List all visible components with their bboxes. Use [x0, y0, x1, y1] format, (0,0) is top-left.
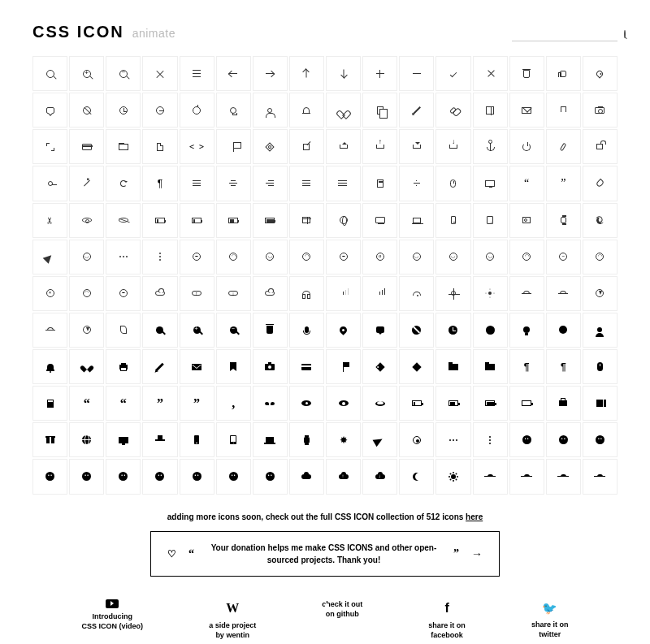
icon-align-right[interactable]: [253, 166, 288, 201]
icon-inbox[interactable]: [436, 129, 470, 164]
icon-external[interactable]: [289, 129, 324, 164]
icon-sun[interactable]: [436, 276, 470, 311]
icon-image[interactable]: [509, 203, 544, 238]
icon-comma-s[interactable]: ,: [216, 386, 251, 421]
icon-cloud-down[interactable]: [216, 276, 251, 311]
icon-frown-s[interactable]: • •: [106, 459, 141, 494]
icon-sad[interactable]: ◠: [216, 240, 251, 274]
icon-navigate[interactable]: [32, 240, 67, 274]
icon-mustache-s[interactable]: [253, 386, 288, 421]
social-youtube[interactable]: IntroducingCSS ICON (video): [82, 599, 144, 642]
full-collection-link[interactable]: here: [466, 512, 483, 521]
icon-quote-rr-s[interactable]: ”: [180, 386, 214, 421]
icon-zoom-out-s[interactable]: [216, 313, 251, 348]
icon-laugh-s[interactable]: • •: [180, 459, 214, 494]
icon-moon-s[interactable]: [399, 459, 434, 494]
icon-dizzy[interactable]: ×: [32, 276, 67, 311]
icon-credit-card[interactable]: [69, 129, 104, 164]
icon-columns[interactable]: [473, 93, 508, 128]
icon-nav-s[interactable]: [362, 422, 397, 457]
icon-download[interactable]: [399, 129, 434, 164]
icon-arrow-down[interactable]: [326, 56, 361, 91]
icon-globe-s[interactable]: [69, 422, 104, 457]
icon-calculator[interactable]: [362, 166, 397, 201]
icon-comment-s[interactable]: [362, 313, 397, 348]
icon-bulb-s[interactable]: [509, 313, 544, 348]
icon-happy-s[interactable]: • •: [546, 422, 581, 457]
icon-pencil[interactable]: [399, 93, 434, 128]
icon-tag-r-s[interactable]: [399, 349, 434, 384]
icon-comment[interactable]: [32, 93, 67, 128]
icon-close[interactable]: [142, 56, 177, 91]
icon-sunset-s[interactable]: [546, 459, 581, 494]
icon-watch-s[interactable]: [289, 422, 324, 457]
icon-phone-s[interactable]: [180, 422, 214, 457]
icon-pie-chart[interactable]: [142, 93, 177, 128]
icon-plus[interactable]: [362, 56, 397, 91]
icon-code[interactable]: < >: [180, 129, 214, 164]
icon-user-s[interactable]: [583, 313, 618, 348]
icon-pin[interactable]: [583, 56, 618, 91]
icon-wifi[interactable]: [399, 276, 434, 311]
icon-bulb[interactable]: [216, 93, 251, 128]
icon-bat-empty-s[interactable]: [509, 386, 544, 421]
icon-cloud-s[interactable]: [289, 459, 324, 494]
icon-grin-s[interactable]: • •: [69, 459, 104, 494]
icon-bookmark-s[interactable]: [216, 349, 251, 384]
icon-smile-s[interactable]: • •: [509, 422, 544, 457]
icon-target-s[interactable]: [399, 422, 434, 457]
icon-user[interactable]: [253, 93, 288, 128]
icon-mouse-s[interactable]: [583, 349, 618, 384]
icon-neutral-s[interactable]: • •: [583, 422, 618, 457]
icon-ban[interactable]: [69, 93, 104, 128]
icon-happy[interactable]: ◡: [253, 240, 288, 274]
icon-arrow-left[interactable]: [216, 56, 251, 91]
icon-menu[interactable]: [180, 56, 214, 91]
icon-battery-empty[interactable]: [142, 203, 177, 238]
icon-folder[interactable]: [106, 129, 141, 164]
icon-quote-r-s[interactable]: ”: [142, 386, 177, 421]
icon-bookmark[interactable]: [546, 93, 581, 128]
icon-laugh[interactable]: ◡: [436, 240, 470, 274]
icon-sunset2-s[interactable]: [583, 459, 618, 494]
icon-cloud[interactable]: [142, 276, 177, 311]
icon-dots-s[interactable]: [436, 422, 470, 457]
icon-headphone[interactable]: [289, 276, 324, 311]
icon-gift[interactable]: [289, 203, 324, 238]
icon-magic[interactable]: [69, 166, 104, 201]
icon-eye-s[interactable]: [289, 386, 324, 421]
icon-cloud-sync[interactable]: [253, 276, 288, 311]
icon-remove[interactable]: [473, 56, 508, 91]
social-twitter[interactable]: 🐦 share it ontwitter: [531, 599, 569, 642]
icon-case2-s[interactable]: [583, 386, 618, 421]
icon-outbox[interactable]: [362, 129, 397, 164]
icon-cry[interactable]: ◠: [69, 276, 104, 311]
icon-folder-open-s[interactable]: [473, 349, 508, 384]
social-github[interactable]: check it outon github: [322, 599, 362, 642]
icon-circle-s[interactable]: [546, 313, 581, 348]
icon-sunset[interactable]: [546, 276, 581, 311]
icon-link[interactable]: [436, 93, 470, 128]
icon-eye-close[interactable]: [106, 203, 141, 238]
icon-paragraph[interactable]: ¶: [142, 166, 177, 201]
icon-watch[interactable]: [546, 203, 581, 238]
icon-mail[interactable]: [509, 93, 544, 128]
icon-cloud-up[interactable]: [180, 276, 214, 311]
icon-phone[interactable]: [436, 203, 470, 238]
icon-frown[interactable]: ◠: [289, 240, 324, 274]
icon-folder-s[interactable]: [436, 349, 470, 384]
icon-sunrise-s[interactable]: [473, 459, 508, 494]
icon-reload[interactable]: [106, 166, 141, 201]
icon-tablet-s[interactable]: [216, 422, 251, 457]
icon-pencil-s[interactable]: [142, 349, 177, 384]
icon-laptop-s[interactable]: [253, 422, 288, 457]
icon-tired-s[interactable]: • •: [253, 459, 288, 494]
icon-smile[interactable]: ◡: [69, 240, 104, 274]
icon-card-s[interactable]: [289, 349, 324, 384]
icon-battery-low[interactable]: [180, 203, 214, 238]
icon-eye-open-s[interactable]: [326, 386, 361, 421]
icon-copy[interactable]: [362, 93, 397, 128]
icon-tag-s[interactable]: [362, 349, 397, 384]
icon-droplet[interactable]: [583, 166, 618, 201]
icon-divide[interactable]: [399, 166, 434, 201]
